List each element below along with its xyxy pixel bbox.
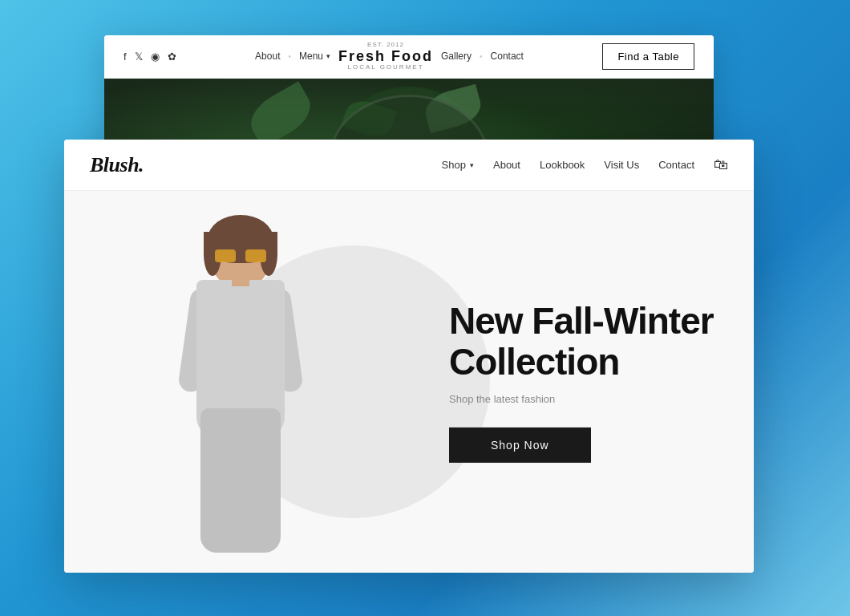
nav-item-about[interactable]: About xyxy=(493,159,520,171)
card-front-blush: Blush. Shop ▾ About Lookbook Visit Us Co… xyxy=(64,140,754,573)
blush-nav: Shop ▾ About Lookbook Visit Us Contact 🛍 xyxy=(442,156,728,173)
scene: f 𝕏 ◉ ✿ About • Menu ▾ EST. 2012 Fresh F… xyxy=(64,35,786,581)
nav-item-contact[interactable]: Contact xyxy=(486,51,528,62)
twitter-icon[interactable]: 𝕏 xyxy=(135,51,143,63)
shop-now-button[interactable]: Shop Now xyxy=(449,428,591,463)
hero-title: New Fall-Winter Collection xyxy=(449,301,722,382)
menu-chevron-icon: ▾ xyxy=(326,52,330,60)
model-area xyxy=(88,191,393,573)
freshfood-logo: EST. 2012 Fresh Food LOCAL GOURMET xyxy=(338,42,433,71)
nav-item-contact[interactable]: Contact xyxy=(658,159,694,171)
facebook-icon[interactable]: f xyxy=(123,51,127,63)
model-glasses xyxy=(215,249,266,262)
freshfood-social-bar: f 𝕏 ◉ ✿ xyxy=(123,51,176,63)
find-table-button[interactable]: Find a Table xyxy=(602,43,694,70)
blush-logo: Blush. xyxy=(90,153,144,177)
blush-hero: New Fall-Winter Collection Shop the late… xyxy=(64,191,754,573)
blush-hero-content: New Fall-Winter Collection Shop the late… xyxy=(449,301,722,463)
instagram-icon[interactable]: ◉ xyxy=(151,51,160,63)
nav-item-gallery[interactable]: Gallery xyxy=(436,51,476,62)
nav-item-visit-us[interactable]: Visit Us xyxy=(604,159,639,171)
shop-chevron-icon: ▾ xyxy=(470,161,474,169)
model-body-lower xyxy=(200,408,281,553)
model-neck xyxy=(232,272,249,286)
hero-subtitle: Shop the latest fashion xyxy=(449,393,722,405)
model-figure xyxy=(128,204,353,573)
freshfood-header: f 𝕏 ◉ ✿ About • Menu ▾ EST. 2012 Fresh F… xyxy=(104,35,714,79)
blush-header: Blush. Shop ▾ About Lookbook Visit Us Co… xyxy=(64,140,754,191)
yelp-icon[interactable]: ✿ xyxy=(168,51,176,63)
nav-item-lookbook[interactable]: Lookbook xyxy=(540,159,585,171)
nav-item-about[interactable]: About xyxy=(250,51,285,62)
nav-item-menu[interactable]: Menu ▾ xyxy=(294,51,335,62)
cart-icon[interactable]: 🛍 xyxy=(714,156,728,173)
nav-item-shop[interactable]: Shop ▾ xyxy=(442,159,474,171)
freshfood-nav: About • Menu ▾ EST. 2012 Fresh Food LOCA… xyxy=(250,42,528,71)
